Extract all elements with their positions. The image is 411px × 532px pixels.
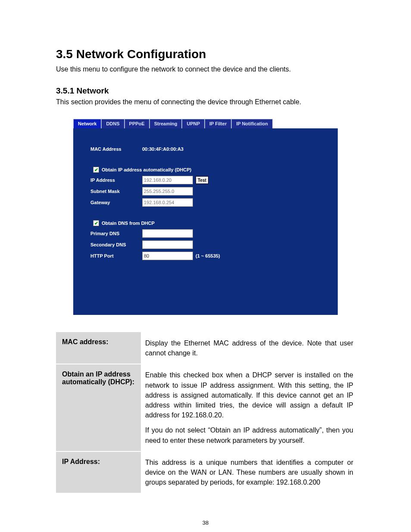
page-number: 38 (56, 520, 355, 526)
section-intro: Use this menu to configure the network t… (56, 65, 355, 73)
tab-streaming[interactable]: Streaming (149, 119, 182, 128)
http-port-row: HTTP Port (1 ~ 65535) (90, 251, 321, 261)
tab-pppoe[interactable]: PPPoE (125, 119, 149, 128)
secondary-dns-row: Secondary DNS (90, 240, 321, 249)
mac-address-label: MAC Address (90, 146, 142, 152)
desc-definition: Display the Ethernet MAC address of the … (141, 332, 355, 364)
tab-upnp[interactable]: UPNP (182, 119, 205, 128)
subsection-intro: This section provides the menu of connec… (56, 98, 355, 106)
gateway-row: Gateway (90, 198, 321, 207)
desc-term: IP Address: (56, 451, 141, 494)
desc-definition: Enable this checked box when a DHCP serv… (141, 364, 355, 451)
network-config-panel: NetworkDDNSPPPoEStreamingUPNPIP FilterIP… (73, 119, 338, 315)
desc-term: Obtain an IP address automatically (DHCP… (56, 364, 141, 451)
ip-address-input[interactable] (142, 176, 193, 184)
mac-address-value: 00:30:4F:A0:00:A3 (142, 146, 184, 152)
desc-term: MAC address: (56, 332, 141, 364)
description-table: MAC address:Display the Ethernet MAC add… (56, 332, 355, 494)
desc-definition: This address is a unique numbers that id… (141, 451, 355, 494)
http-port-input[interactable] (142, 252, 193, 260)
subnet-mask-row: Subnet Mask (90, 187, 321, 196)
ip-address-row: IP Address Test (90, 175, 321, 185)
subnet-mask-label: Subnet Mask (90, 189, 142, 194)
dns-dhcp-checkbox-label: Obtain DNS from DHCP (102, 221, 155, 226)
dns-dhcp-checkbox[interactable]: ✔ (93, 220, 99, 226)
http-port-label: HTTP Port (90, 253, 142, 258)
panel-body: MAC Address 00:30:4F:A0:00:A3 ✔ Obtain I… (73, 128, 338, 315)
tab-ddns[interactable]: DDNS (101, 119, 124, 128)
subsection-heading: 3.5.1 Network (56, 86, 355, 96)
subnet-mask-input[interactable] (142, 187, 193, 196)
primary-dns-row: Primary DNS (90, 229, 321, 238)
dhcp-checkbox-label: Obtain IP address automatically (DHCP) (102, 167, 191, 172)
dhcp-checkbox[interactable]: ✔ (93, 167, 99, 173)
mac-address-row: MAC Address 00:30:4F:A0:00:A3 (90, 144, 321, 154)
test-button[interactable]: Test (196, 176, 209, 184)
section-heading: 3.5 Network Configuration (56, 47, 355, 61)
dns-dhcp-checkbox-row[interactable]: ✔ Obtain DNS from DHCP (93, 220, 321, 226)
gateway-input[interactable] (142, 198, 193, 207)
tab-ip-filter[interactable]: IP Filter (205, 119, 231, 128)
primary-dns-label: Primary DNS (90, 231, 142, 236)
gateway-label: Gateway (90, 200, 142, 205)
primary-dns-input[interactable] (142, 229, 193, 238)
ip-address-label: IP Address (90, 177, 142, 183)
dhcp-checkbox-row[interactable]: ✔ Obtain IP address automatically (DHCP) (93, 167, 321, 173)
tab-network[interactable]: Network (73, 119, 101, 128)
tab-bar: NetworkDDNSPPPoEStreamingUPNPIP FilterIP… (73, 119, 338, 128)
http-port-hint: (1 ~ 65535) (196, 253, 220, 258)
secondary-dns-input[interactable] (142, 240, 193, 249)
tab-ip-notification[interactable]: IP Notification (231, 119, 273, 128)
secondary-dns-label: Secondary DNS (90, 242, 142, 247)
